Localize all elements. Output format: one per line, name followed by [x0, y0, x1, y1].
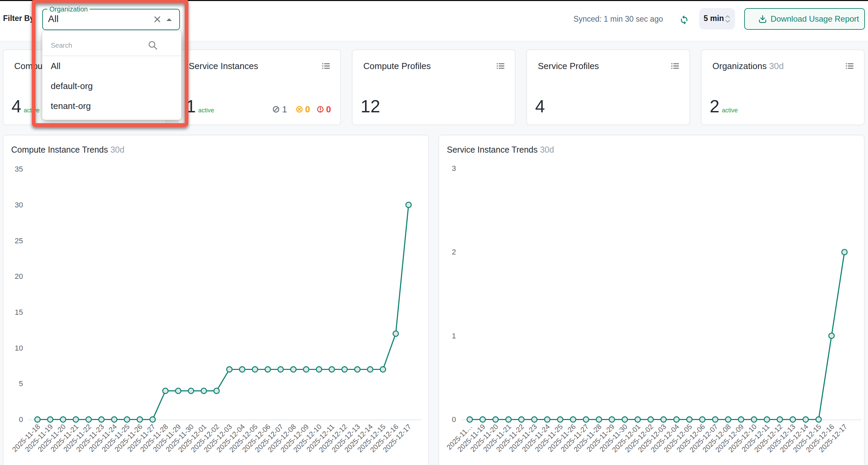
- svg-text:0: 0: [452, 415, 456, 424]
- svg-text:25: 25: [15, 237, 23, 245]
- svg-text:2: 2: [452, 248, 456, 256]
- svg-text:10: 10: [15, 344, 23, 352]
- svg-text:5: 5: [19, 379, 23, 388]
- svg-text:20: 20: [15, 272, 23, 281]
- svg-text:3: 3: [452, 164, 456, 173]
- svg-text:30: 30: [15, 201, 23, 209]
- svg-text:1: 1: [452, 332, 456, 340]
- svg-text:35: 35: [15, 165, 23, 173]
- svg-text:0: 0: [19, 415, 23, 424]
- svg-text:15: 15: [15, 308, 23, 316]
